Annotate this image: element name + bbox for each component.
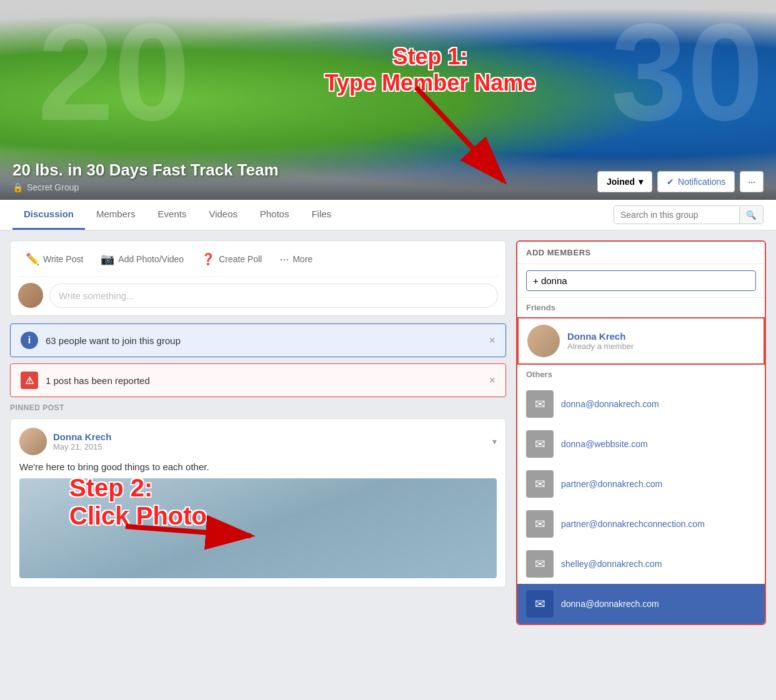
search-group-button[interactable]: 🔍 xyxy=(739,207,763,224)
write-post-label: Write Post xyxy=(43,254,83,264)
post-author-name[interactable]: Donna Krech xyxy=(53,431,111,442)
email-item-3[interactable]: ✉ partner@donnakrechconnection.com xyxy=(517,504,765,544)
checkmark-icon: ✔ xyxy=(667,177,674,187)
chevron-down-icon: ▾ xyxy=(639,177,643,187)
cover-number-30: 30 xyxy=(610,0,764,152)
add-members-input[interactable] xyxy=(526,270,756,291)
tab-discussion[interactable]: Discussion xyxy=(12,200,85,230)
add-photo-button[interactable]: 📷 Add Photo/Video xyxy=(93,249,191,270)
tab-photos[interactable]: Photos xyxy=(249,200,301,230)
friends-section: Friends Donna Krech Already a member xyxy=(517,298,765,365)
step1-label: Step 1: Type Member Name xyxy=(325,44,535,96)
email-address-3: partner@donnakrechconnection.com xyxy=(561,519,705,529)
pencil-icon: ✏️ xyxy=(26,252,39,266)
right-column: ADD MEMBERS Friends Donna Krech Already … xyxy=(516,240,766,633)
friend-avatar xyxy=(527,325,560,357)
pinned-post-card: Donna Krech May 21, 2015 ▾ Step 2: Click… xyxy=(10,418,506,588)
write-placeholder[interactable]: Write something... xyxy=(49,283,498,308)
email-avatar-0: ✉ xyxy=(526,390,554,418)
report-alert: ⚠ 1 post has been reported × xyxy=(10,363,506,397)
step2-label: Step 2: Click Photo xyxy=(69,474,207,530)
write-post-button[interactable]: ✏️ Write Post xyxy=(18,249,91,270)
search-group-input[interactable] xyxy=(614,206,739,224)
email-address-4: shelley@donnakrech.com xyxy=(561,559,662,569)
step2-line1: Step 2: xyxy=(69,474,207,502)
email-avatar-4: ✉ xyxy=(526,550,554,578)
group-name: 20 lbs. in 30 Days Fast Track Team xyxy=(12,160,279,180)
post-meta: Donna Krech May 21, 2015 xyxy=(53,431,111,451)
tab-files[interactable]: Files xyxy=(301,200,343,230)
notifications-label: Notifications xyxy=(678,177,725,187)
write-post-row: Write something... xyxy=(18,283,498,308)
left-column: ✏️ Write Post 📷 Add Photo/Video ❓ Create… xyxy=(10,240,506,588)
friend-name: Donna Krech xyxy=(567,331,755,342)
others-section: Others ✉ donna@donnakrech.com ✉ donna@we… xyxy=(517,365,765,624)
poll-icon: ❓ xyxy=(201,252,215,266)
friend-item-donna[interactable]: Donna Krech Already a member xyxy=(517,317,765,365)
more-dots-button[interactable]: ··· xyxy=(740,171,764,192)
email-avatar-1: ✉ xyxy=(526,430,554,458)
pinned-label: PINNED POST xyxy=(10,403,506,412)
friends-section-label: Friends xyxy=(517,298,765,317)
email-address-5: donna@donnakrech.com xyxy=(561,599,659,609)
report-alert-close[interactable]: × xyxy=(489,374,495,387)
post-actions-bar: ✏️ Write Post 📷 Add Photo/Video ❓ Create… xyxy=(18,249,498,277)
report-alert-text: 1 post has been reported xyxy=(46,375,481,386)
cover-number-20: 20 xyxy=(37,0,191,152)
friend-status: Already a member xyxy=(567,342,755,351)
mail-icon-4: ✉ xyxy=(535,556,545,571)
tab-videos[interactable]: Videos xyxy=(197,200,249,230)
search-icon: 🔍 xyxy=(746,210,757,220)
group-type: 🔒 Secret Group xyxy=(12,182,279,192)
group-info-bar: 20 lbs. in 30 Days Fast Track Team 🔒 Sec… xyxy=(0,150,776,200)
more-label: More xyxy=(292,254,312,264)
others-section-label: Others xyxy=(517,365,765,384)
mail-icon-3: ✉ xyxy=(535,516,545,531)
more-button[interactable]: ··· More xyxy=(272,249,320,270)
join-alert: i 63 people want to join this group × xyxy=(10,323,506,357)
create-poll-label: Create Poll xyxy=(219,254,262,264)
step1-line2: Type Member Name xyxy=(325,70,535,96)
create-poll-button[interactable]: ❓ Create Poll xyxy=(194,249,269,270)
email-item-1[interactable]: ✉ donna@webbsite.com xyxy=(517,424,765,464)
add-photo-label: Add Photo/Video xyxy=(118,254,184,264)
step2-line2: Click Photo xyxy=(69,502,207,530)
mail-icon-0: ✉ xyxy=(535,397,545,412)
mail-icon-5: ✉ xyxy=(535,596,545,611)
email-address-0: donna@donnakrech.com xyxy=(561,399,659,409)
current-user-avatar xyxy=(18,283,43,308)
email-address-1: donna@webbsite.com xyxy=(561,439,648,449)
post-dropdown-button[interactable]: ▾ xyxy=(492,436,497,446)
ellipsis-icon: ··· xyxy=(748,177,755,187)
post-text: We're here to bring good things to each … xyxy=(19,461,497,472)
email-item-2[interactable]: ✉ partner@donnakrech.com xyxy=(517,464,765,504)
mail-icon-1: ✉ xyxy=(535,436,545,451)
email-avatar-5: ✉ xyxy=(526,590,554,618)
email-address-2: partner@donnakrech.com xyxy=(561,479,662,489)
email-avatar-3: ✉ xyxy=(526,510,554,538)
post-header: Donna Krech May 21, 2015 ▾ xyxy=(19,428,497,455)
email-item-0[interactable]: ✉ donna@donnakrech.com xyxy=(517,384,765,424)
post-avatar-image xyxy=(19,428,47,455)
friend-info: Donna Krech Already a member xyxy=(567,331,755,351)
join-alert-close[interactable]: × xyxy=(489,334,495,347)
step1-line1: Step 1: xyxy=(325,44,535,70)
joined-label: Joined xyxy=(607,177,635,187)
camera-icon: 📷 xyxy=(101,252,114,266)
email-avatar-2: ✉ xyxy=(526,470,554,498)
tab-events[interactable]: Events xyxy=(147,200,198,230)
lock-icon: 🔒 xyxy=(12,182,23,192)
post-date: May 21, 2015 xyxy=(53,442,111,451)
tab-members[interactable]: Members xyxy=(85,200,147,230)
email-item-5[interactable]: ✉ donna@donnakrech.com xyxy=(517,584,765,624)
email-item-4[interactable]: ✉ shelley@donnakrech.com xyxy=(517,544,765,584)
group-type-label: Secret Group xyxy=(27,182,79,192)
joined-button[interactable]: Joined ▾ xyxy=(597,171,652,192)
more-icon: ··· xyxy=(279,253,289,266)
step2-overlay: Step 2: Click Photo We're here to bring … xyxy=(19,461,497,578)
nav-tabs: Discussion Members Events Videos Photos … xyxy=(12,200,342,230)
add-members-input-row xyxy=(517,264,765,298)
join-alert-text: 63 people want to join this group xyxy=(46,335,481,346)
notifications-button[interactable]: ✔ Notifications xyxy=(657,171,735,192)
nav-bar: Discussion Members Events Videos Photos … xyxy=(0,200,776,230)
